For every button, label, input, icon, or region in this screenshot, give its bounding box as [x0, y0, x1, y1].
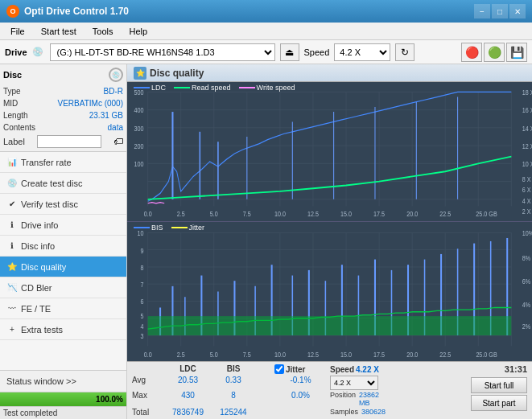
sidebar-item-label-disc-quality: Disc quality — [21, 262, 66, 272]
fe-te-icon: 〰 — [6, 303, 18, 314]
svg-text:10%: 10% — [522, 228, 532, 237]
avg-ldc: 20.53 — [166, 376, 210, 390]
menu-tools[interactable]: Tools — [85, 24, 121, 39]
speed-label: Speed — [304, 47, 330, 57]
legend-jitter: Jitter — [171, 224, 205, 232]
close-button[interactable]: ✕ — [509, 4, 526, 18]
total-jitter-empty — [274, 408, 327, 417]
sidebar-item-verify-test-disc[interactable]: ✔ Verify test disc — [0, 194, 126, 215]
sidebar-item-label-drive-info: Drive info — [21, 220, 58, 230]
stats-area: LDC BIS Jitter Speed 4.22 X — [127, 361, 532, 419]
total-label: Total — [132, 408, 163, 417]
svg-text:4 X: 4 X — [522, 197, 531, 205]
disc-green-button[interactable]: 🟢 — [484, 43, 505, 62]
svg-text:6%: 6% — [522, 277, 531, 285]
svg-text:12.5: 12.5 — [307, 350, 319, 359]
maximize-button[interactable]: □ — [492, 4, 508, 18]
menu-help[interactable]: Help — [122, 24, 155, 39]
drive-select[interactable]: (G:) HL-DT-ST BD-RE WH16NS48 1.D3 — [50, 43, 275, 61]
total-empty — [257, 408, 271, 417]
legend-write-speed: Write speed — [239, 84, 295, 92]
disc-mid-row: MID VERBATIMc (000) — [3, 97, 123, 109]
total-ldc: 7836749 — [166, 408, 210, 417]
status-window-label: Status window >> — [6, 376, 76, 386]
samples-label: Samples — [330, 408, 358, 417]
sidebar-item-label-create-test-disc: Create test disc — [21, 179, 82, 188]
disc-type-label: Type — [3, 85, 21, 97]
svg-text:12 X: 12 X — [522, 142, 532, 150]
svg-text:0.0: 0.0 — [144, 210, 153, 218]
minimize-button[interactable]: − — [474, 4, 490, 18]
toolbar-icons: 🔴 🟢 💾 — [461, 43, 527, 62]
stats-col-empty2 — [257, 364, 271, 374]
disc-info-icon: ℹ — [6, 240, 18, 252]
status-window-button[interactable]: Status window >> — [0, 371, 126, 392]
disc-color-button[interactable]: 🔴 — [461, 43, 482, 62]
disc-label-icon[interactable]: 🏷 — [113, 136, 123, 147]
chart-top: LDC Read speed Write speed — [127, 82, 532, 222]
disc-label-label: Label — [3, 137, 25, 146]
eject-button[interactable]: ⏏ — [280, 43, 299, 61]
menu-file[interactable]: File — [3, 24, 32, 39]
sidebar-item-create-test-disc[interactable]: 💿 Create test disc — [0, 173, 126, 194]
menu-start-test[interactable]: Start test — [34, 24, 84, 39]
svg-text:14 X: 14 X — [522, 125, 532, 133]
svg-text:2.5: 2.5 — [177, 350, 185, 359]
svg-text:400: 400 — [134, 107, 144, 115]
max-empty — [257, 391, 271, 407]
bottom-chart-svg: 10 9 8 7 6 5 4 3 10% 8% 6% 4% 2% 0.0 2 — [127, 222, 532, 361]
jitter-label: Jitter — [286, 365, 305, 374]
speed-header: Speed 4.22 X — [330, 364, 382, 374]
disc-length-value: 23.31 GB — [89, 109, 123, 121]
start-full-button[interactable]: Start full — [471, 377, 527, 393]
disc-quality-title: Disc quality — [150, 68, 204, 79]
sidebar-item-disc-info[interactable]: ℹ Disc info — [0, 236, 126, 257]
svg-text:4%: 4% — [522, 301, 531, 310]
drive-bar: Drive 💿 (G:) HL-DT-ST BD-RE WH16NS48 1.D… — [0, 40, 532, 64]
svg-text:8: 8 — [141, 263, 144, 272]
avg-empty — [257, 376, 271, 390]
total-bis: 125244 — [213, 408, 254, 417]
svg-text:25.0 GB: 25.0 GB — [476, 210, 497, 218]
svg-text:7: 7 — [141, 280, 144, 289]
svg-text:7.5: 7.5 — [243, 210, 252, 218]
jitter-checkbox[interactable] — [274, 364, 284, 374]
time-value: 31:31 — [505, 364, 527, 374]
legend-read-speed: Read speed — [174, 84, 231, 92]
test-completed-label: Test completed — [3, 409, 57, 417]
svg-text:100: 100 — [134, 160, 144, 168]
legend-ldc: LDC — [134, 84, 166, 92]
sidebar-item-label-transfer-rate: Transfer rate — [21, 158, 72, 167]
main-area: Disc 💿 Type BD-R MID VERBATIMc (000) Len… — [0, 64, 532, 419]
drive-icon: 💿 — [32, 47, 43, 57]
sidebar-item-drive-info[interactable]: ℹ Drive info — [0, 215, 126, 236]
save-button[interactable]: 💾 — [506, 43, 527, 62]
sidebar-item-disc-quality[interactable]: ⭐ Disc quality — [0, 257, 126, 277]
sidebar-item-fe-te[interactable]: 〰 FE / TE — [0, 298, 126, 319]
app-title: Opti Drive Control 1.70 — [24, 6, 129, 17]
stats-main: LDC BIS Jitter Speed 4.22 X — [132, 364, 527, 417]
sidebar-item-extra-tests[interactable]: + Extra tests — [0, 319, 126, 340]
sidebar-nav: 📊 Transfer rate 💿 Create test disc ✔ Ver… — [0, 152, 126, 370]
transfer-rate-icon: 📊 — [6, 157, 18, 168]
sidebar-item-transfer-rate[interactable]: 📊 Transfer rate — [0, 152, 126, 173]
refresh-speed-button[interactable]: ↻ — [395, 43, 414, 61]
svg-text:18 X: 18 X — [522, 88, 532, 97]
ldc-color-swatch — [134, 87, 150, 88]
svg-text:20.0: 20.0 — [406, 210, 418, 218]
speed-dropdown[interactable]: 4.2 X — [330, 376, 378, 390]
sidebar-item-cd-bler[interactable]: 📉 CD Bler — [0, 277, 126, 298]
stats-header-empty — [132, 364, 163, 374]
disc-info-panel: Disc 💿 Type BD-R MID VERBATIMc (000) Len… — [0, 64, 126, 152]
speed-select[interactable]: 4.2 X — [334, 43, 390, 61]
svg-text:6: 6 — [141, 298, 144, 306]
svg-text:15.0: 15.0 — [340, 350, 352, 359]
max-bis: 8 — [213, 391, 254, 407]
verify-test-disc-icon: ✔ — [6, 199, 18, 210]
start-part-button[interactable]: Start part — [471, 395, 527, 411]
max-label: Max — [132, 391, 163, 407]
disc-type-row: Type BD-R — [3, 85, 123, 97]
create-test-disc-icon: 💿 — [6, 178, 18, 189]
disc-label-input[interactable] — [37, 135, 101, 148]
position-inner: Position 23862 MB — [330, 391, 382, 407]
